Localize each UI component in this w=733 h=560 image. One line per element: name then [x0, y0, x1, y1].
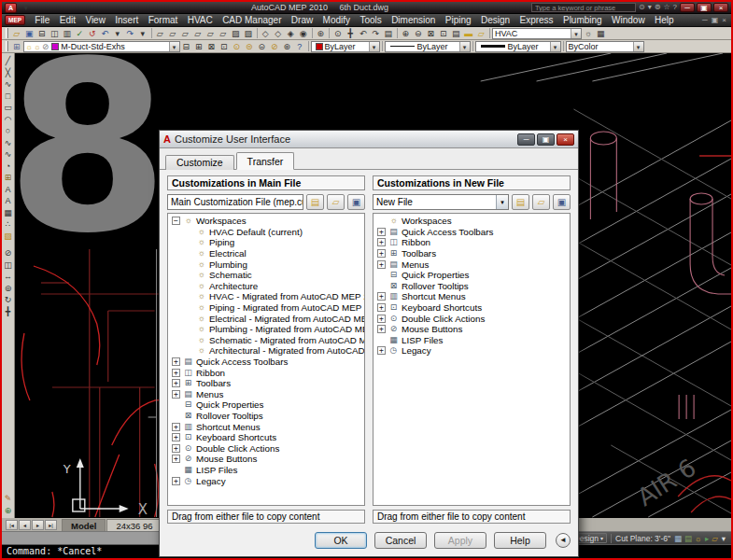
redo-dropdown-icon[interactable]: ▾ — [136, 28, 149, 39]
dialog-close-button[interactable]: × — [557, 133, 574, 146]
tree-expander[interactable]: + — [377, 325, 386, 333]
search-icon[interactable]: ⊙ — [639, 3, 645, 12]
layer-thaw-icon[interactable]: ⊝ — [256, 41, 269, 52]
tree-expander[interactable]: − — [172, 217, 180, 225]
workspace-switch-icon[interactable]: ▸ — [705, 534, 709, 543]
layout-tab-model[interactable]: Model — [62, 519, 106, 531]
text-icon[interactable]: A — [2, 195, 14, 207]
layout-nav-3[interactable]: ▸| — [45, 520, 57, 530]
open-icon[interactable]: ▱ — [10, 28, 23, 39]
tree-item[interactable]: +⊘Mouse Buttons — [374, 324, 570, 335]
main-file-tree[interactable]: −☼Workspaces☼HVAC Default (current)☼Pipi… — [167, 213, 365, 506]
menu-format[interactable]: Format — [143, 15, 182, 25]
zoom-window-icon[interactable]: ⊕ — [400, 28, 413, 39]
polygon-icon[interactable]: □ — [2, 91, 14, 103]
tree-item[interactable]: ☼Electrical - Migrated from AutoCAD MEP … — [169, 313, 364, 324]
sheet-set-icon[interactable]: ▤ — [450, 28, 463, 39]
dialog-maximize-button[interactable]: ▣ — [537, 133, 555, 146]
tray-folder-icon[interactable]: ▱ — [712, 534, 718, 543]
tree-expander[interactable]: + — [172, 369, 180, 377]
spline-icon[interactable]: ∿ — [2, 148, 14, 161]
menu-insert[interactable]: Insert — [110, 15, 143, 25]
layer-walk-icon[interactable]: ⊛ — [281, 41, 294, 52]
tree-expander[interactable]: + — [377, 315, 386, 323]
tree-item[interactable]: +▤Quick Access Toolbars — [374, 227, 570, 238]
tree-expander[interactable]: + — [172, 444, 180, 453]
linetype-combo[interactable]: ByLayer ▾ — [385, 41, 471, 52]
tree-item[interactable]: ⊠Rollover Tooltips — [374, 281, 570, 292]
help-button[interactable]: Help — [494, 532, 546, 549]
polyline-icon[interactable]: ∿ — [2, 78, 14, 91]
mep-app-button[interactable]: MEP — [5, 15, 25, 25]
favorites-icon[interactable]: ☆ — [663, 3, 670, 12]
tree-expander[interactable]: + — [377, 346, 386, 355]
tab-customize[interactable]: Customize — [165, 155, 234, 170]
ellipse-icon[interactable]: ◔ — [2, 161, 14, 173]
layer-lock-tool-icon[interactable]: ⊘ — [268, 41, 281, 52]
tree-expander[interactable]: + — [172, 423, 180, 431]
tree-expander[interactable]: + — [377, 228, 386, 236]
visual-style-2d-icon[interactable]: ◇ — [260, 28, 273, 39]
publish-icon[interactable]: ▥ — [61, 28, 74, 39]
dialog-minimize-button[interactable]: ─ — [517, 133, 535, 146]
main-new-file-button[interactable]: ▤ — [306, 194, 324, 210]
view-redo-icon[interactable]: ↷ — [370, 28, 383, 39]
layer-properties-icon[interactable]: ⊞ — [10, 41, 23, 52]
layout-nav-0[interactable]: |◂ — [6, 520, 18, 530]
new-file-tree[interactable]: ☼Workspaces+▤Quick Access Toolbars+◫Ribb… — [373, 213, 571, 506]
spell-check-icon[interactable]: ✓ — [74, 28, 87, 39]
tree-expander[interactable]: + — [377, 260, 386, 269]
mtext-icon[interactable]: A — [2, 184, 14, 196]
layout-tab-24x36-96[interactable]: 24x36 96 — [106, 519, 162, 531]
ok-button[interactable]: OK — [315, 532, 367, 549]
tree-item[interactable]: ☼Workspaces — [374, 216, 570, 227]
main-save-file-button[interactable]: ▣ — [347, 194, 365, 210]
model-space-icon[interactable]: ▦ — [674, 534, 682, 543]
layer-lock-icon[interactable]: ⊘ — [42, 42, 49, 51]
layout-icon[interactable]: ▱ — [475, 28, 488, 39]
insert-block-icon[interactable]: ⊞ — [2, 172, 14, 184]
menu-hvac[interactable]: HVAC — [183, 15, 218, 25]
menu-edit[interactable]: Edit — [55, 15, 81, 25]
tree-item[interactable]: ☼Plumbing — [169, 259, 364, 270]
tree-item[interactable]: ▦LISP Files — [169, 465, 364, 476]
menu-draw[interactable]: Draw — [287, 15, 318, 25]
lineweight-combo-arrow[interactable]: ▾ — [550, 42, 560, 51]
layer-unisolate-icon[interactable]: ⊡ — [218, 41, 231, 52]
tree-expander[interactable]: + — [377, 238, 386, 246]
move-icon[interactable]: ╋ — [2, 306, 14, 318]
tree-item[interactable]: +◫Ribbon — [169, 367, 364, 378]
zoom-extents-icon[interactable]: ⊠ — [425, 28, 438, 39]
layer-help-icon[interactable]: ? — [293, 41, 306, 52]
search-input[interactable] — [531, 3, 636, 12]
search-dropdown-icon[interactable]: ▾ — [648, 3, 652, 12]
visual-style-hidden-icon[interactable]: ◈ — [285, 28, 298, 39]
menu-plumbing[interactable]: Plumbing — [558, 15, 607, 25]
tree-expander[interactable]: + — [172, 477, 180, 485]
visual-style-realistic-icon[interactable]: ◉ — [297, 28, 310, 39]
view-right-icon[interactable]: ▱ — [191, 28, 204, 39]
zoom-object-icon[interactable]: ⊡ — [437, 28, 450, 39]
redo-icon[interactable]: ↷ — [124, 28, 137, 39]
revcloud-icon[interactable]: ∿ — [2, 137, 14, 149]
new-file-combo-arrow[interactable]: ▾ — [496, 195, 508, 209]
tree-item[interactable]: +⊙Double Click Actions — [169, 442, 364, 454]
circle-icon[interactable]: ○ — [2, 125, 14, 137]
tree-expander[interactable]: + — [172, 455, 180, 463]
layer-freeze-tool-icon[interactable]: ⊙ — [231, 41, 244, 52]
newfile-save-file-button[interactable]: ▣ — [553, 194, 571, 210]
tree-item[interactable]: +◷Legacy — [169, 475, 364, 486]
etransmit-icon[interactable]: ▤ — [382, 28, 395, 39]
status-expand-icon[interactable]: ▾ — [722, 534, 726, 543]
menu-view[interactable]: View — [80, 15, 110, 25]
layer-freeze-icon[interactable]: ☼ — [34, 42, 41, 51]
menu-design[interactable]: Design — [476, 15, 515, 25]
view-front-icon[interactable]: ▱ — [204, 28, 218, 39]
save-icon[interactable]: ▣ — [23, 28, 36, 39]
tree-item[interactable]: ☼Architectural - Migrated from AutoCAD M… — [169, 345, 364, 357]
mirror-icon[interactable]: ↔ — [2, 271, 14, 283]
view-sw-iso-icon[interactable]: ▨ — [230, 28, 243, 39]
tree-item[interactable]: ☼Plumbing - Migrated from AutoCAD MEP 20… — [169, 324, 364, 335]
linetype-combo-arrow[interactable]: ▾ — [459, 42, 470, 51]
tree-expander[interactable]: + — [172, 379, 180, 387]
